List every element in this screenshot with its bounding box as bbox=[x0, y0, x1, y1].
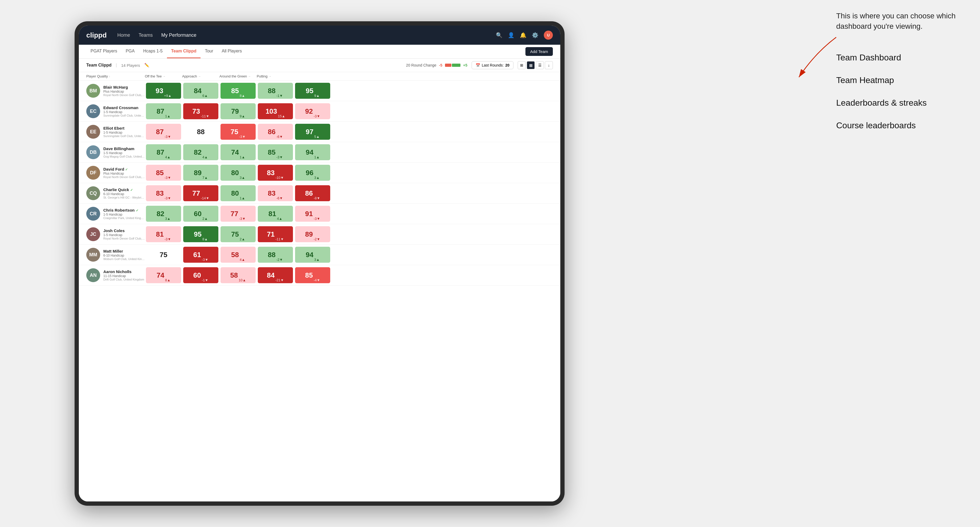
col-player-quality-label: Player Quality bbox=[86, 74, 108, 78]
nav-my-performance[interactable]: My Performance bbox=[161, 32, 197, 38]
edit-icon[interactable]: ✏️ bbox=[144, 63, 150, 68]
score-change: -8▼ bbox=[314, 196, 320, 200]
search-icon[interactable]: 🔍 bbox=[496, 32, 503, 38]
score-value: 92 bbox=[305, 107, 313, 116]
annotation-callout: This is where you can choose which dashb… bbox=[836, 11, 964, 32]
verified-icon: ✓ bbox=[136, 209, 138, 213]
table-row[interactable]: DBDave Billingham1-5 HandicapGog Magog G… bbox=[79, 142, 560, 163]
tab-pgat-players[interactable]: PGAT Players bbox=[86, 45, 121, 58]
avatar[interactable]: U bbox=[544, 30, 553, 40]
score-change: -11▼ bbox=[201, 114, 209, 118]
score-value: 85 bbox=[268, 148, 275, 157]
score-change: -4▼ bbox=[314, 278, 320, 282]
tab-all-players[interactable]: All Players bbox=[218, 45, 247, 58]
nav-home[interactable]: Home bbox=[118, 32, 130, 38]
team-name: Team Clippd bbox=[86, 63, 111, 68]
score-cell: 84-21▼ bbox=[258, 267, 293, 283]
player-name: Charlie Quick✓ bbox=[103, 187, 145, 192]
player-avatar: BM bbox=[86, 84, 100, 98]
player-info: DBDave Billingham1-5 HandicapGog Magog G… bbox=[86, 145, 145, 159]
score-value: 94 bbox=[306, 251, 313, 259]
table-row[interactable]: MMMatt Miller6-10 HandicapWoburn Golf Cl… bbox=[79, 244, 560, 265]
player-handicap: 1-5 Handicap bbox=[103, 110, 145, 114]
player-info: BMBlair McHargPlus HandicapRoyal North D… bbox=[86, 84, 145, 98]
score-value: 75 bbox=[160, 251, 167, 259]
user-icon[interactable]: 👤 bbox=[508, 32, 514, 38]
player-info: CRChris Robertson✓1-5 HandicapCraigmilla… bbox=[86, 207, 145, 221]
score-cell: 77-14▼ bbox=[183, 185, 218, 201]
add-team-button[interactable]: Add Team bbox=[525, 47, 553, 56]
separator: | bbox=[116, 63, 117, 68]
sort-arrow-2: → bbox=[163, 75, 165, 78]
tab-team-clippd[interactable]: Team Clippd bbox=[167, 45, 201, 58]
score-cell: 5810▲ bbox=[221, 267, 256, 283]
score-change: -1▼ bbox=[277, 94, 283, 98]
score-cell: 824▲ bbox=[183, 144, 218, 160]
score-change: 4▲ bbox=[240, 258, 245, 262]
table-row[interactable]: CQCharlie Quick✓6-10 HandicapSt. George'… bbox=[79, 183, 560, 204]
settings-icon[interactable]: ⚙️ bbox=[532, 32, 538, 38]
score-value: 94 bbox=[306, 148, 313, 157]
score-change: -14▼ bbox=[201, 196, 209, 200]
score-change: 1▲ bbox=[314, 155, 320, 159]
score-value: 82 bbox=[157, 210, 164, 218]
player-details: Edward Crossman1-5 HandicapSunningdale G… bbox=[103, 105, 145, 117]
score-change: 4▲ bbox=[277, 217, 282, 221]
score-change: -11▼ bbox=[275, 237, 284, 241]
logo: clippd bbox=[86, 31, 107, 40]
table-row[interactable]: DFDavid Ford✓Plus HandicapRoyal North De… bbox=[79, 163, 560, 183]
col-off-tee-label: Off the Tee bbox=[145, 74, 162, 78]
table-view-button[interactable]: ▦ bbox=[527, 61, 535, 69]
score-cell: 85-3▼ bbox=[146, 165, 181, 181]
score-value: 88 bbox=[268, 251, 275, 259]
score-value: 87 bbox=[157, 107, 164, 116]
table-area: Player Quality ↓ Off the Tee → Approach … bbox=[79, 72, 560, 502]
score-cell: 803▲ bbox=[221, 165, 256, 181]
table-row[interactable]: CRChris Robertson✓1-5 HandicapCraigmilla… bbox=[79, 204, 560, 224]
tab-pga[interactable]: PGA bbox=[121, 45, 139, 58]
player-avatar: CQ bbox=[86, 186, 100, 200]
player-handicap: 6-10 Handicap bbox=[103, 192, 145, 196]
score-change: -3▼ bbox=[277, 155, 283, 159]
table-row[interactable]: BMBlair McHargPlus HandicapRoyal North D… bbox=[79, 81, 560, 101]
score-change: 9▲ bbox=[240, 114, 245, 118]
score-value: 77 bbox=[192, 189, 200, 197]
player-info: ANAaron Nicholls11-15 HandicapDrift Golf… bbox=[86, 268, 145, 282]
score-value: 83 bbox=[267, 169, 275, 177]
col-putting-label: Putting bbox=[257, 74, 267, 78]
score-cell: 963▲ bbox=[295, 165, 330, 181]
player-name: David Ford✓ bbox=[103, 167, 145, 171]
player-details: Matt Miller6-10 HandicapWoburn Golf Club… bbox=[103, 249, 145, 260]
player-details: Josh Coles1-5 HandicapRoyal North Devon … bbox=[103, 229, 145, 240]
score-cell: 73-11▼ bbox=[183, 103, 218, 119]
nav-teams[interactable]: Teams bbox=[139, 32, 153, 38]
player-name: Chris Robertson✓ bbox=[103, 208, 145, 213]
player-handicap: 11-15 Handicap bbox=[103, 274, 145, 278]
player-club: Sunningdale Golf Club, United Kingdom bbox=[103, 135, 145, 138]
table-row[interactable]: JCJosh Coles1-5 HandicapRoyal North Devo… bbox=[79, 224, 560, 244]
score-cell: 85-3▼ bbox=[258, 144, 293, 160]
grid-view-button[interactable]: ⊞ bbox=[518, 61, 526, 69]
player-details: Aaron Nicholls11-15 HandicapDrift Golf C… bbox=[103, 269, 145, 281]
players-count: 14 Players bbox=[121, 63, 140, 68]
table-row[interactable]: ANAaron Nicholls11-15 HandicapDrift Golf… bbox=[79, 265, 560, 286]
table-row[interactable]: ECEdward Crossman1-5 HandicapSunningdale… bbox=[79, 101, 560, 122]
annotation-arrow bbox=[788, 32, 842, 85]
download-button[interactable]: ↓ bbox=[545, 61, 553, 69]
score-cell: 61-3▼ bbox=[183, 247, 218, 263]
table-row[interactable]: EEElliot Ebert1-5 HandicapSunningdale Go… bbox=[79, 122, 560, 142]
nav-actions: 🔍 👤 🔔 ⚙️ U bbox=[496, 30, 553, 40]
last-rounds-value: 20 bbox=[505, 63, 509, 67]
score-value: 87 bbox=[157, 148, 164, 157]
score-value: 84 bbox=[194, 87, 202, 95]
score-change: -3▼ bbox=[314, 217, 320, 221]
player-club: Royal North Devon Golf Club, United King… bbox=[103, 175, 145, 179]
score-cell: 86-8▼ bbox=[295, 185, 330, 201]
tab-tour[interactable]: Tour bbox=[200, 45, 217, 58]
score-value: 86 bbox=[305, 189, 313, 197]
list-view-button[interactable]: ☰ bbox=[536, 61, 544, 69]
annotation-list: Team Dashboard Team Heatmap Leaderboards… bbox=[836, 53, 964, 130]
last-rounds-button[interactable]: 📅 Last Rounds: 20 bbox=[472, 61, 514, 69]
bell-icon[interactable]: 🔔 bbox=[520, 32, 527, 38]
tab-hcaps[interactable]: Hcaps 1-5 bbox=[139, 45, 167, 58]
